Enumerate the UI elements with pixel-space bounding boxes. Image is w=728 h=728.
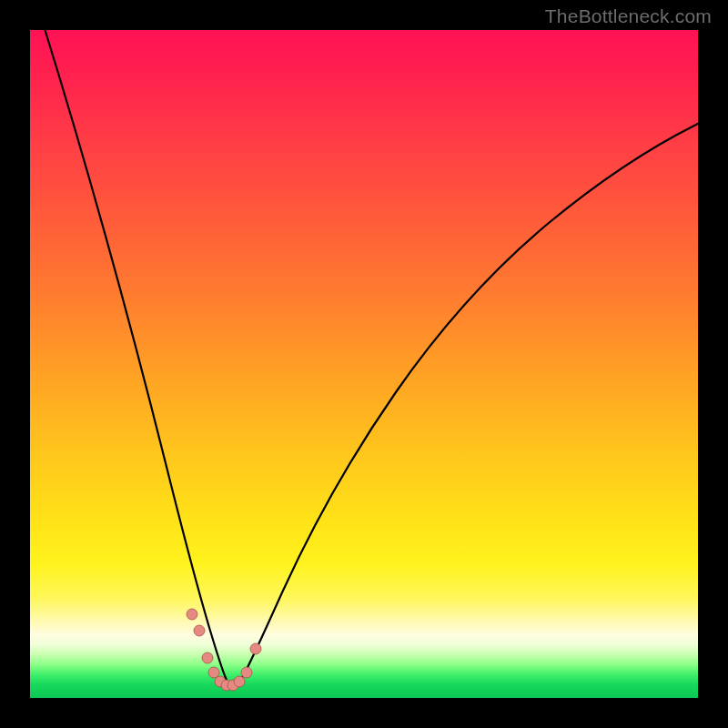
chart-frame: TheBottleneck.com	[0, 0, 728, 728]
curve-right	[231, 121, 703, 686]
marker-dot	[187, 609, 197, 620]
watermark-text: TheBottleneck.com	[545, 5, 712, 27]
marker-dot	[234, 676, 245, 687]
trough-markers	[187, 609, 261, 691]
marker-dot	[250, 643, 261, 654]
marker-dot	[241, 667, 252, 678]
plot-area	[30, 30, 698, 698]
marker-dot	[194, 625, 205, 636]
marker-dot	[202, 652, 213, 663]
chart-svg	[30, 30, 698, 698]
curve-left	[43, 23, 231, 686]
marker-dot	[208, 667, 219, 678]
